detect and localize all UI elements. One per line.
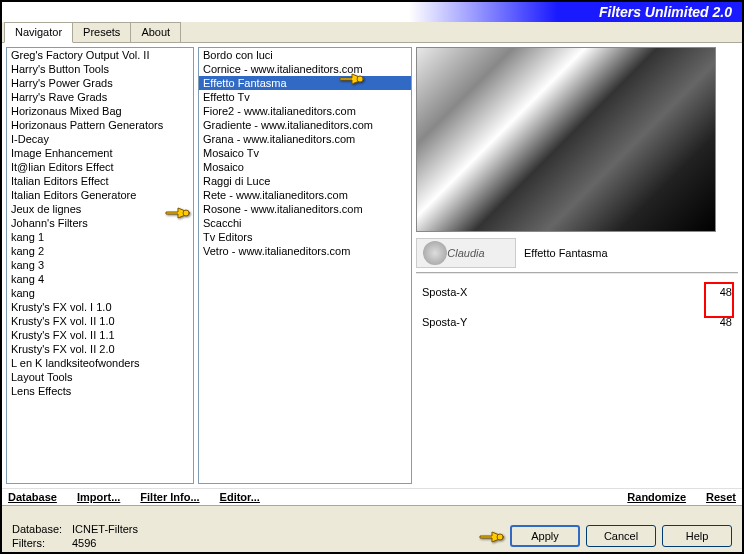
category-item[interactable]: Italian Editors Generatore	[7, 188, 193, 202]
title-bar: Filters Unlimited 2.0	[2, 2, 742, 22]
action-row: Database Import... Filter Info... Editor…	[2, 488, 742, 505]
category-item[interactable]: L en K landksiteofwonders	[7, 356, 193, 370]
filter-item[interactable]: Effetto Fantasma	[199, 76, 411, 90]
category-item[interactable]: Johann's Filters	[7, 216, 193, 230]
import-button[interactable]: Import...	[77, 491, 120, 503]
category-item[interactable]: Harry's Power Grads	[7, 76, 193, 90]
cancel-button[interactable]: Cancel	[586, 525, 656, 547]
param-label-spostax: Sposta-X	[422, 286, 467, 298]
apply-button[interactable]: Apply	[510, 525, 580, 547]
brand-logo: Claudia	[416, 238, 516, 268]
category-item[interactable]: Lens Effects	[7, 384, 193, 398]
preview-image	[416, 47, 716, 232]
category-item[interactable]: Image Enhancement	[7, 146, 193, 160]
filter-item[interactable]: Scacchi	[199, 216, 411, 230]
tab-presets[interactable]: Presets	[72, 22, 131, 42]
filter-item[interactable]: Raggi di Luce	[199, 174, 411, 188]
filterinfo-button[interactable]: Filter Info...	[140, 491, 199, 503]
help-button[interactable]: Help	[662, 525, 732, 547]
filter-item[interactable]: Mosaico	[199, 160, 411, 174]
category-item[interactable]: I-Decay	[7, 132, 193, 146]
database-label: Database:	[12, 523, 66, 535]
category-item[interactable]: kang 4	[7, 272, 193, 286]
filters-count-label: Filters:	[12, 537, 66, 549]
category-item[interactable]: Greg's Factory Output Vol. II	[7, 48, 193, 62]
filter-list[interactable]: Bordo con luciCornice - www.italianedito…	[198, 47, 412, 484]
category-list[interactable]: Greg's Factory Output Vol. IIHarry's But…	[6, 47, 194, 484]
category-item[interactable]: Horizonaus Mixed Bag	[7, 104, 193, 118]
filter-item[interactable]: Vetro - www.italianeditors.com	[199, 244, 411, 258]
category-item[interactable]: Jeux de lignes	[7, 202, 193, 216]
tab-bar: Navigator Presets About	[2, 22, 742, 43]
category-item[interactable]: kang 3	[7, 258, 193, 272]
filter-item[interactable]: Mosaico Tv	[199, 146, 411, 160]
highlight-box	[704, 282, 734, 318]
category-item[interactable]: Krusty's FX vol. II 1.0	[7, 314, 193, 328]
category-item[interactable]: kang 2	[7, 244, 193, 258]
filter-item[interactable]: Grana - www.italianeditors.com	[199, 132, 411, 146]
filter-item[interactable]: Tv Editors	[199, 230, 411, 244]
database-button[interactable]: Database	[8, 491, 57, 503]
database-value: ICNET-Filters	[72, 523, 138, 535]
reset-button[interactable]: Reset	[706, 491, 736, 503]
category-item[interactable]: Krusty's FX vol. II 2.0	[7, 342, 193, 356]
slider-spostax[interactable]	[416, 300, 738, 314]
app-title: Filters Unlimited 2.0	[599, 4, 732, 20]
category-item[interactable]: Krusty's FX vol. I 1.0	[7, 300, 193, 314]
filter-item[interactable]: Bordo con luci	[199, 48, 411, 62]
category-item[interactable]: Krusty's FX vol. II 1.1	[7, 328, 193, 342]
filter-item[interactable]: Gradiente - www.italianeditors.com	[199, 118, 411, 132]
category-item[interactable]: Horizonaus Pattern Generators	[7, 118, 193, 132]
slider-spostay[interactable]	[416, 330, 738, 344]
category-item[interactable]: Harry's Rave Grads	[7, 90, 193, 104]
category-item[interactable]: It@lian Editors Effect	[7, 160, 193, 174]
current-filter-name: Effetto Fantasma	[524, 247, 738, 259]
category-item[interactable]: Layout Tools	[7, 370, 193, 384]
category-item[interactable]: Harry's Button Tools	[7, 62, 193, 76]
filter-item[interactable]: Effetto Tv	[199, 90, 411, 104]
tab-about[interactable]: About	[130, 22, 181, 42]
filter-item[interactable]: Rosone - www.italianeditors.com	[199, 202, 411, 216]
category-item[interactable]: Italian Editors Effect	[7, 174, 193, 188]
status-bar: Database: ICNET-Filters Filters: 4596 Ap…	[2, 505, 742, 554]
divider	[416, 272, 738, 274]
params-panel: Sposta-X 48 Sposta-Y 48	[416, 284, 738, 484]
category-item[interactable]: kang	[7, 286, 193, 300]
param-label-spostay: Sposta-Y	[422, 316, 467, 328]
main-content: Greg's Factory Output Vol. IIHarry's But…	[2, 43, 742, 488]
filters-count-value: 4596	[72, 537, 96, 549]
editor-button[interactable]: Editor...	[220, 491, 260, 503]
filter-item[interactable]: Rete - www.italianeditors.com	[199, 188, 411, 202]
tab-navigator[interactable]: Navigator	[4, 22, 73, 43]
randomize-button[interactable]: Randomize	[627, 491, 686, 503]
category-item[interactable]: kang 1	[7, 230, 193, 244]
filter-item[interactable]: Fiore2 - www.italianeditors.com	[199, 104, 411, 118]
filter-item[interactable]: Cornice - www.italianeditors.com	[199, 62, 411, 76]
